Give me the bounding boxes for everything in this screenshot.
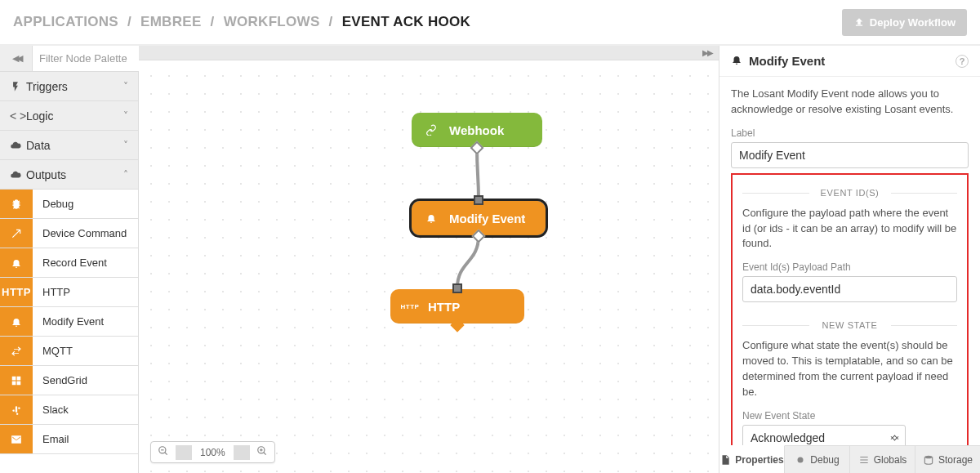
collapse-palette-button[interactable]: ◀◀ [0,46,33,71]
zoom-in-button[interactable] [250,442,274,462]
node-modify-event[interactable]: Modify Event [412,201,546,235]
node-label: HTTP [428,300,460,314]
canvas-top-bar: ▶▶ [139,46,719,60]
doc-icon [719,454,731,466]
tab-label: Properties [735,454,783,466]
deploy-workflow-button[interactable]: Deploy Workflow [842,9,967,36]
node-input-port[interactable] [452,283,462,293]
palette-item-record-event[interactable]: Record Event [0,248,138,278]
chevron-down-icon: ˅ [123,110,128,122]
section-description: Configure the payload path where the eve… [742,206,957,252]
swap-icon [0,337,33,365]
svg-rect-0 [12,376,16,380]
zoom-out-button[interactable] [151,442,176,462]
palette-item-email[interactable]: Email [0,425,138,454]
node-output-port[interactable] [472,230,486,243]
deploy-label: Deploy Workflow [870,16,956,29]
upload-icon [853,16,865,28]
section-title-event-ids: EVENT ID(S) [742,188,957,198]
slack-icon [0,395,33,424]
palette-section-data[interactable]: Data ˅ [0,131,138,160]
palette-output-items: Debug Device Command Record Event HTTP H… [0,190,138,454]
palette-item-label: SendGrid [33,374,87,386]
cloud-download-icon [10,140,26,151]
node-output-port[interactable] [470,141,484,155]
help-icon[interactable]: ? [956,55,969,68]
tab-storage[interactable]: Storage [915,446,980,473]
node-label: Webhook [449,123,504,137]
palette-item-device-command[interactable]: Device Command [0,219,138,248]
palette-item-modify-event[interactable]: Modify Event [0,307,138,337]
svg-rect-1 [17,376,21,380]
connector-1 [139,46,719,473]
palette-item-sendgrid[interactable]: SendGrid [0,366,138,395]
palette-item-http[interactable]: HTTP HTTP [0,278,138,307]
node-webhook[interactable]: Webhook [412,113,542,147]
expand-props-button[interactable]: ▶▶ [702,48,712,57]
palette-item-debug[interactable]: Debug [0,190,138,219]
tab-label: Debug [810,454,839,466]
properties-tabs: Properties Debug Globals Storage [719,445,980,473]
http-icon: HTTP [0,278,33,306]
zoom-level: 100% [192,444,234,462]
palette-item-label: Debug [33,198,74,210]
node-input-port[interactable] [474,195,483,205]
bell-icon [0,307,33,336]
tab-label: Storage [938,454,973,466]
svg-rect-2 [12,381,16,385]
link-icon [423,124,439,136]
bell-icon [423,212,439,224]
node-output-port[interactable] [451,319,465,332]
node-palette: ◀◀ Triggers ˅ < > Logic ˅ Data ˅ Outputs… [0,46,139,473]
cloud-upload-icon [10,169,26,181]
palette-section-label: Logic [26,109,123,123]
palette-section-triggers[interactable]: Triggers ˅ [0,72,138,101]
workflow-canvas[interactable]: ▶▶ Webhook Modify Event HTTP HTTP 100% [139,46,719,473]
breadcrumb: APPLICATIONS / EMBREE / WORKFLOWS / EVEN… [13,14,470,30]
tab-globals[interactable]: Globals [850,446,915,473]
section-description: Configure what state the event(s) should… [742,338,957,399]
tab-label: Globals [874,454,907,466]
palette-item-label: Record Event [33,257,107,269]
arrow-icon [0,219,33,248]
crumb-workflows[interactable]: WORKFLOWS [224,14,320,29]
crumb-applications[interactable]: APPLICATIONS [13,14,118,29]
zoom-control: 100% [150,441,275,463]
node-http[interactable]: HTTP HTTP [390,289,524,324]
palette-section-label: Outputs [26,168,123,181]
tab-properties[interactable]: Properties [719,445,785,473]
svg-point-6 [798,457,804,462]
field-label-new-state: New Event State [742,410,957,422]
palette-section-label: Triggers [26,80,123,93]
palette-section-logic[interactable]: < > Logic ˅ [0,101,138,131]
bug-icon [795,454,806,466]
crumb-current: EVENT ACK HOOK [342,14,471,29]
new-event-state-select[interactable]: Acknowledged [742,425,906,445]
list-icon [858,454,870,466]
label-input[interactable] [731,142,969,168]
properties-title: Modify Event [749,54,825,68]
palette-item-label: MQTT [33,345,73,357]
bug-icon [0,190,33,218]
palette-section-label: Data [26,139,123,152]
bolt-icon [10,81,26,92]
properties-description: The Losant Modify Event node allows you … [731,87,969,118]
highlighted-section: EVENT ID(S) Configure the payload path w… [731,173,969,445]
palette-item-label: Modify Event [33,315,104,328]
palette-item-label: HTTP [33,286,70,298]
code-icon: < > [10,109,26,123]
header: APPLICATIONS / EMBREE / WORKFLOWS / EVEN… [0,0,980,46]
palette-item-label: Slack [33,404,69,416]
svg-point-7 [924,455,932,458]
event-id-path-input[interactable] [742,276,957,302]
field-label-label: Label [731,127,969,139]
mail-icon [0,425,33,453]
palette-item-label: Device Command [33,227,127,239]
palette-item-mqtt[interactable]: MQTT [0,337,138,366]
tab-debug[interactable]: Debug [785,446,850,473]
palette-item-slack[interactable]: Slack [0,395,138,425]
palette-section-outputs[interactable]: Outputs ˄ [0,160,138,190]
http-icon: HTTP [402,303,418,310]
grid-icon [0,366,33,395]
crumb-embree[interactable]: EMBREE [140,14,202,29]
